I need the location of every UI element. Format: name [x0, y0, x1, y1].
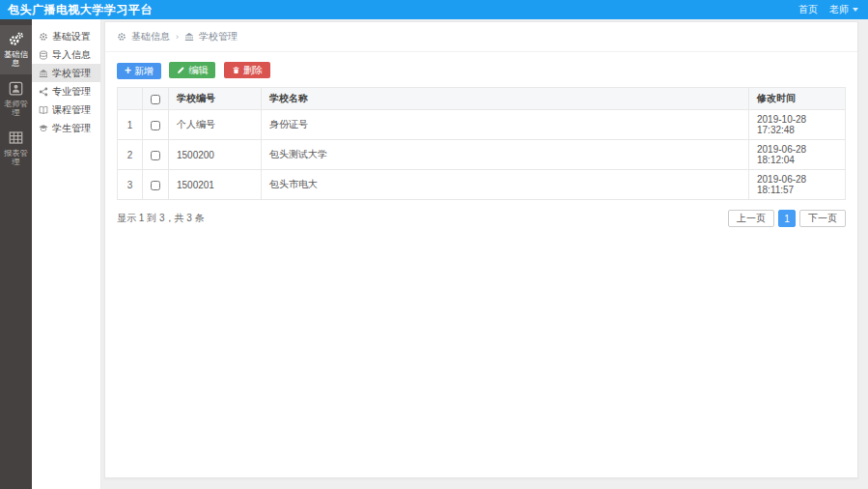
share-icon [39, 87, 48, 97]
row-checkbox[interactable] [151, 181, 160, 190]
pagination: 上一页 1 下一页 [728, 210, 846, 227]
user-dropdown[interactable]: 老师 [829, 3, 858, 16]
modified-time-cell: 2019-06-28 18:11:57 [749, 170, 846, 200]
column-header-name: 学校名称 [262, 88, 749, 110]
record-summary: 显示 1 到 3，共 3 条 [117, 212, 205, 225]
select-all-header [143, 88, 169, 110]
table-row[interactable]: 3 1500201 包头市电大 2019-06-28 18:11:57 [118, 170, 846, 200]
chevron-down-icon [853, 8, 858, 12]
select-all-checkbox[interactable] [151, 95, 160, 104]
submenu-item-label: 专业管理 [52, 82, 91, 101]
content-card: 基础信息 › 学校管理 + 新增 编辑 [104, 21, 858, 478]
row-select-cell [143, 140, 169, 170]
submenu-item-course-mgmt[interactable]: 课程管理 [32, 101, 100, 119]
user-name: 老师 [829, 3, 849, 16]
breadcrumb-current: 学校管理 [199, 30, 238, 43]
trash-icon [232, 66, 240, 74]
school-icon [39, 69, 48, 78]
sidebar-item-teacher-mgmt[interactable]: 老师管理 [0, 74, 32, 124]
row-number-cell: 3 [118, 170, 143, 200]
sidebar-item-label: 老师管理 [1, 100, 30, 117]
submenu-item-label: 基础设置 [52, 27, 91, 45]
breadcrumb: 基础信息 › 学校管理 [117, 30, 846, 43]
table-header-row: 学校编号 学校名称 修改时间 [118, 88, 846, 110]
nav-home-link[interactable]: 首页 [798, 3, 818, 16]
modified-time-cell: 2019-10-28 17:32:48 [749, 110, 846, 140]
delete-button-label: 删除 [243, 64, 263, 77]
pencil-icon [177, 66, 185, 74]
column-header-code: 学校编号 [169, 88, 262, 110]
add-button[interactable]: + 新增 [117, 63, 161, 79]
schools-table: 学校编号 学校名称 修改时间 1 个人编号 身份证号 2019-10-28 17… [117, 87, 846, 200]
cogs-icon [117, 32, 126, 42]
edit-button-label: 编辑 [188, 64, 208, 77]
row-checkbox[interactable] [151, 151, 160, 160]
table-footer: 显示 1 到 3，共 3 条 上一页 1 下一页 [117, 210, 846, 227]
app-title: 包头广播电视大学学习平台 [8, 2, 153, 18]
row-select-cell [143, 110, 169, 140]
secondary-sidebar: 基础设置 导入信息 学校管理 专业管理 课程管理 学生管理 [32, 19, 101, 489]
delete-button[interactable]: 删除 [224, 62, 270, 78]
table-row[interactable]: 2 1500200 包头测试大学 2019-06-28 18:12:04 [118, 140, 846, 170]
sidebar-item-label: 基础信息 [1, 50, 30, 68]
book-icon [39, 105, 48, 115]
school-name-cell: 包头市电大 [262, 170, 749, 200]
card-body: + 新增 编辑 删除 [105, 52, 857, 236]
submenu-item-basic-settings[interactable]: 基础设置 [32, 27, 100, 45]
submenu-item-student-mgmt[interactable]: 学生管理 [32, 119, 100, 137]
main-content: 基础信息 › 学校管理 + 新增 编辑 [101, 19, 868, 489]
column-header-time: 修改时间 [749, 88, 846, 110]
row-number-header [118, 88, 143, 110]
submenu-item-label: 学校管理 [52, 64, 91, 82]
row-number-cell: 2 [118, 140, 143, 170]
top-header: 包头广播电视大学学习平台 首页 老师 [0, 0, 868, 19]
sidebar-item-report-mgmt[interactable]: 报表管理 [0, 124, 32, 173]
school-name-cell: 包头测试大学 [262, 140, 749, 170]
submenu-item-label: 课程管理 [52, 101, 91, 119]
add-button-label: 新增 [134, 65, 154, 78]
toolbar: + 新增 编辑 删除 [117, 61, 846, 79]
cogs-icon [9, 32, 23, 46]
submenu-item-import-info[interactable]: 导入信息 [32, 45, 100, 64]
edit-button[interactable]: 编辑 [169, 62, 215, 78]
breadcrumb-parent[interactable]: 基础信息 [131, 30, 170, 43]
modified-time-cell: 2019-06-28 18:12:04 [749, 140, 846, 170]
table-row[interactable]: 1 个人编号 身份证号 2019-10-28 17:32:48 [118, 110, 846, 140]
sidebar-item-label: 报表管理 [1, 149, 30, 166]
school-icon [184, 32, 194, 42]
prev-page-button[interactable]: 上一页 [728, 210, 774, 227]
school-code-cell: 1500201 [169, 170, 262, 200]
school-code-cell: 个人编号 [169, 110, 262, 140]
school-name-cell: 身份证号 [262, 110, 749, 140]
submenu-item-school-mgmt[interactable]: 学校管理 [32, 64, 100, 82]
row-select-cell [143, 170, 169, 200]
gear-icon [39, 32, 48, 42]
primary-sidebar: 基础信息 老师管理 报表管理 [0, 19, 32, 489]
submenu-item-label: 学生管理 [52, 119, 91, 137]
row-number-cell: 1 [118, 110, 143, 140]
database-icon [39, 50, 48, 60]
id-badge-icon [9, 81, 23, 96]
row-checkbox[interactable] [151, 121, 160, 130]
submenu-item-major-mgmt[interactable]: 专业管理 [32, 82, 100, 101]
submenu-item-label: 导入信息 [52, 45, 91, 64]
breadcrumb-bar: 基础信息 › 学校管理 [105, 22, 857, 52]
page-number-active[interactable]: 1 [778, 210, 796, 227]
report-icon [9, 130, 23, 145]
plus-icon: + [125, 67, 131, 75]
graduation-cap-icon [39, 124, 48, 133]
next-page-button[interactable]: 下一页 [799, 210, 846, 227]
sidebar-item-basic-info[interactable]: 基础信息 [0, 25, 32, 74]
breadcrumb-separator: › [175, 32, 180, 42]
school-code-cell: 1500200 [169, 140, 262, 170]
